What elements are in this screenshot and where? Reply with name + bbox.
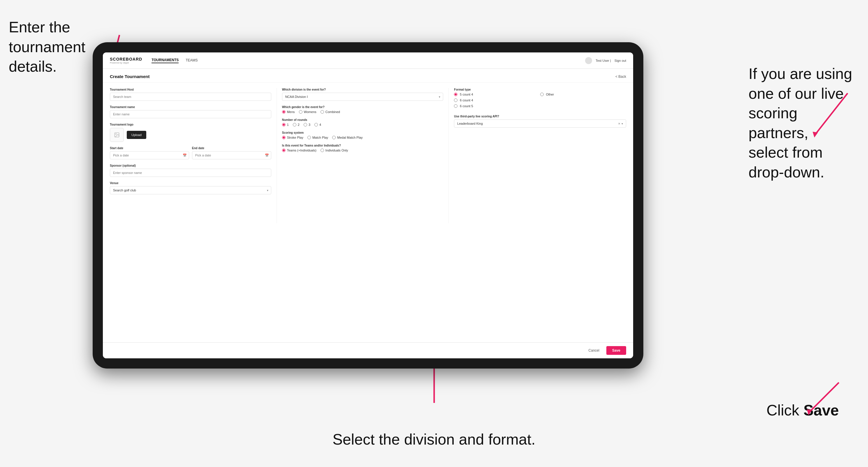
event-teams-radio[interactable] [282,149,285,152]
event-type-label: Is this event for Teams and/or Individua… [282,144,443,147]
gender-radio-group: Mens Womens Combined [282,110,443,114]
format-options-grid: 5 count 4 Other 6 count 4 [454,93,626,110]
annotation-topleft: Enter the tournament details. [9,18,90,76]
end-date-input[interactable] [192,151,271,159]
scoring-match[interactable]: Match Play [307,136,328,139]
gender-mens[interactable]: Mens [282,110,295,114]
scoring-match-radio[interactable] [307,136,311,139]
end-date-label: End date [192,147,271,150]
live-scoring-value: Leaderboard King [457,122,483,125]
venue-select-wrapper: Search golf club ▾ [110,186,271,194]
form-col-2: Which division is the event for? NCAA Di… [282,88,449,223]
tournament-logo-label: Tournament logo [110,123,271,126]
scoring-radio-group: Stroke Play Match Play Medal Match Play [282,136,443,139]
format-5count4-radio[interactable] [454,93,458,96]
rounds-2[interactable]: 2 [293,123,300,126]
sponsor-input[interactable] [110,169,271,177]
rounds-label: Number of rounds [282,118,443,122]
scoring-stroke[interactable]: Stroke Play [282,136,303,139]
event-teams[interactable]: Teams (+Individuals) [282,149,316,152]
sponsor-group: Sponsor (optional) [110,164,271,177]
live-scoring-actions: ✕ ▾ [618,122,623,125]
annotation-topright: If you are using one of our live scoring… [748,64,859,182]
annotation-bottomcenter: Select the division and format. [333,430,535,449]
search-team-input[interactable] [110,93,271,101]
back-link[interactable]: < Back [615,74,626,79]
tournament-name-input[interactable] [110,110,271,118]
nav-tournaments[interactable]: TOURNAMENTS [152,58,179,63]
format-6count4[interactable]: 6 count 4 [454,98,540,102]
main-content: Create Tournament < Back Tournament Host… [103,69,633,342]
annotation-bottomright: Click Save [766,401,839,421]
form-body: Tournament Host Tournament name Tourname… [103,83,633,228]
live-scoring-chevron-icon[interactable]: ▾ [621,122,623,125]
start-date-wrapper: 📅 [110,151,189,159]
event-individuals[interactable]: Individuals Only [320,149,348,152]
scoring-medal[interactable]: Medal Match Play [332,136,363,139]
save-button[interactable]: Save [606,346,626,355]
division-select-wrapper: NCAA Division I ▾ [282,93,443,101]
nav-teams[interactable]: TEAMS [186,58,197,63]
rounds-1-radio[interactable] [282,123,285,126]
brand-title: SCOREBOARD [110,57,142,61]
rounds-2-radio[interactable] [293,123,296,126]
rounds-3[interactable]: 3 [304,123,310,126]
gender-mens-radio[interactable] [282,110,285,114]
venue-label: Venue [110,182,271,185]
event-type-group: Is this event for Teams and/or Individua… [282,144,443,152]
event-type-radio-group: Teams (+Individuals) Individuals Only [282,149,443,152]
upload-button[interactable]: Upload [127,131,146,139]
form-col-1: Tournament Host Tournament name Tourname… [110,88,277,223]
event-individuals-radio[interactable] [320,149,324,152]
rounds-4[interactable]: 4 [314,123,321,126]
gender-combined-radio[interactable] [320,110,324,114]
sign-out-link[interactable]: Sign out [615,59,626,62]
sponsor-label: Sponsor (optional) [110,164,271,167]
gender-label: Which gender is the event for? [282,105,443,109]
format-other[interactable]: Other [540,93,626,96]
gender-womens[interactable]: Womens [299,110,316,114]
gender-womens-radio[interactable] [299,110,303,114]
svg-point-9 [116,134,117,134]
division-group: Which division is the event for? NCAA Di… [282,88,443,101]
rounds-1[interactable]: 1 [282,123,289,126]
format-type-group: Format type 5 count 4 Other [454,88,626,110]
tournament-name-label: Tournament name [110,105,271,109]
scoring-medal-radio[interactable] [332,136,336,139]
gender-group: Which gender is the event for? Mens Wome… [282,105,443,114]
rounds-3-radio[interactable] [304,123,307,126]
rounds-group: Number of rounds 1 2 [282,118,443,126]
gender-combined[interactable]: Combined [320,110,340,114]
date-row: Start date 📅 End date 📅 [110,147,271,159]
venue-select[interactable]: Search golf club [110,186,271,194]
end-date-group: End date 📅 [192,147,271,159]
tournament-name-group: Tournament name [110,105,271,118]
start-date-group: Start date 📅 [110,147,189,159]
form-col-3: Format type 5 count 4 Other [454,88,626,223]
form-header: Create Tournament < Back [103,69,633,83]
format-type-label: Format type [454,88,626,91]
logo-upload-area: Upload [110,128,271,142]
form-footer: Cancel Save [103,342,633,358]
tablet-screen: SCOREBOARD Powered by clippit TOURNAMENT… [103,53,633,358]
format-6count5[interactable]: 6 count 5 [454,104,540,108]
format-6count4-radio[interactable] [454,98,458,102]
cancel-button[interactable]: Cancel [585,346,603,355]
rounds-4-radio[interactable] [314,123,318,126]
live-scoring-clear-icon[interactable]: ✕ [618,122,620,125]
division-select[interactable]: NCAA Division I [282,93,443,101]
brand: SCOREBOARD Powered by clippit [110,57,142,64]
format-6count5-radio[interactable] [454,104,458,108]
format-5count4[interactable]: 5 count 4 [454,93,540,96]
scoring-stroke-radio[interactable] [282,136,285,139]
nav-right: Test User | Sign out [585,57,626,64]
tournament-host-group: Tournament Host [110,88,271,101]
live-scoring-group: Use third-party live scoring API? Leader… [454,115,626,128]
scoring-group: Scoring system Stroke Play Match Play [282,131,443,139]
topnav: SCOREBOARD Powered by clippit TOURNAMENT… [103,53,633,69]
division-label: Which division is the event for? [282,88,443,91]
start-date-input[interactable] [110,151,189,159]
tablet: SCOREBOARD Powered by clippit TOURNAMENT… [93,42,643,369]
format-other-radio[interactable] [540,93,544,96]
live-scoring-select[interactable]: Leaderboard King ✕ ▾ [454,119,626,128]
